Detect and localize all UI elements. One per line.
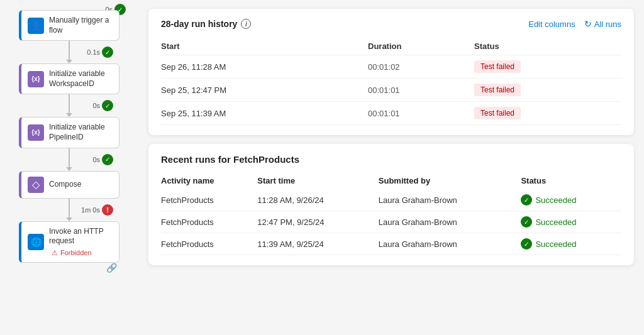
table-row[interactable]: FetchProducts 12:47 PM, 9/25/24 Laura Gr… bbox=[161, 211, 621, 233]
connector-2-time: 0s ✓ bbox=[92, 100, 113, 111]
history-start: Sep 26, 11:28 AM bbox=[161, 55, 368, 79]
recent-runs-table: Activity name Start time Submitted by St… bbox=[161, 172, 621, 255]
connector-1: 0.1s ✓ bbox=[19, 41, 119, 63]
success-label: Succeeded bbox=[535, 239, 576, 249]
history-duration: 00:01:01 bbox=[368, 102, 474, 125]
edit-columns-button[interactable]: Edit columns bbox=[528, 19, 575, 29]
var2-card[interactable]: {x} Initialize variable PipelineID bbox=[19, 117, 119, 148]
success-label: Succeeded bbox=[535, 217, 576, 227]
history-col-start: Start bbox=[161, 38, 368, 55]
compose-node[interactable]: ◇ Compose bbox=[19, 171, 119, 199]
recent-status: ✓ Succeeded bbox=[521, 211, 621, 233]
history-title: 28-day run history i bbox=[161, 19, 251, 29]
recent-runs-title: Recent runs for FetchProducts bbox=[161, 154, 621, 165]
success-icon: ✓ bbox=[521, 194, 532, 206]
connector-2: 0s ✓ bbox=[19, 94, 119, 117]
link-icon: 🔗 bbox=[106, 263, 117, 273]
status-badge: Test failed bbox=[474, 60, 521, 73]
history-card: 28-day run history i Edit columns ↻ All … bbox=[148, 9, 634, 135]
history-col-duration: Duration bbox=[368, 38, 474, 55]
connector-2-check: ✓ bbox=[102, 100, 113, 111]
forbidden-text: ⚠ Forbidden bbox=[49, 249, 113, 257]
connector-4-time: 1m 0s ! bbox=[81, 204, 113, 216]
connector-3-time: 0s ✓ bbox=[92, 154, 113, 165]
compose-card[interactable]: ◇ Compose bbox=[19, 171, 119, 199]
http-node[interactable]: 🌐 Invoke an HTTP request ⚠ Forbidden 🔗 bbox=[19, 221, 119, 263]
warning-icon: ⚠ bbox=[52, 249, 58, 257]
compose-label: Compose bbox=[49, 180, 81, 190]
history-title-text: 28-day run history bbox=[161, 19, 237, 29]
success-label: Succeeded bbox=[535, 195, 576, 205]
recent-status: ✓ Succeeded bbox=[521, 233, 621, 255]
history-start: Sep 25, 11:39 AM bbox=[161, 102, 368, 125]
connector-1-time: 0.1s ✓ bbox=[87, 47, 113, 58]
status-badge: Test failed bbox=[474, 107, 521, 119]
recent-col-start: Start time bbox=[257, 172, 379, 189]
history-table: Start Duration Status Sep 26, 11:28 AM 0… bbox=[161, 38, 621, 125]
history-status: Test failed bbox=[474, 55, 621, 79]
var1-label: Initialize variable WorkspaceID bbox=[49, 69, 113, 89]
history-status: Test failed bbox=[474, 79, 621, 102]
all-runs-label: All runs bbox=[594, 19, 621, 29]
var1-card[interactable]: {x} Initialize variable WorkspaceID bbox=[19, 63, 119, 94]
history-duration: 00:01:02 bbox=[368, 55, 474, 79]
success-badge: ✓ Succeeded bbox=[521, 216, 621, 228]
status-badge: Test failed bbox=[474, 84, 521, 96]
var1-node[interactable]: {x} Initialize variable WorkspaceID bbox=[19, 63, 119, 94]
table-row[interactable]: Sep 26, 11:28 AM 00:01:02 Test failed bbox=[161, 55, 621, 79]
all-runs-button[interactable]: ↻ All runs bbox=[584, 19, 621, 29]
recent-activity: FetchProducts bbox=[161, 189, 257, 211]
recent-activity: FetchProducts bbox=[161, 233, 257, 255]
history-actions: Edit columns ↻ All runs bbox=[528, 19, 621, 29]
recent-status: ✓ Succeeded bbox=[521, 189, 621, 211]
success-icon: ✓ bbox=[521, 216, 532, 228]
http-label: Invoke an HTTP request bbox=[49, 227, 113, 246]
history-col-status: Status bbox=[474, 38, 621, 55]
recent-submitted: Laura Graham-Brown bbox=[379, 233, 521, 255]
var2-node[interactable]: {x} Initialize variable PipelineID bbox=[19, 117, 119, 148]
trigger-node[interactable]: 0s ✓ 👤 Manually trigger a flow bbox=[19, 10, 119, 41]
right-panel: 28-day run history i Edit columns ↻ All … bbox=[138, 0, 644, 335]
refresh-icon: ↻ bbox=[584, 19, 592, 29]
connector-3: 0s ✓ bbox=[19, 148, 119, 171]
var2-label: Initialize variable PipelineID bbox=[49, 123, 113, 142]
connector-4: 1m 0s ! bbox=[19, 199, 119, 221]
var1-icon: {x} bbox=[28, 71, 44, 87]
trigger-card[interactable]: 👤 Manually trigger a flow bbox=[19, 10, 119, 41]
recent-submitted: Laura Graham-Brown bbox=[379, 211, 521, 233]
trigger-icon: 👤 bbox=[28, 18, 44, 34]
history-status: Test failed bbox=[474, 102, 621, 125]
flow-panel: 0s ✓ 👤 Manually trigger a flow 0.1s ✓ {x… bbox=[0, 0, 138, 335]
http-icon: 🌐 bbox=[28, 234, 44, 250]
recent-col-status: Status bbox=[521, 172, 621, 189]
recent-activity: FetchProducts bbox=[161, 211, 257, 233]
history-start: Sep 25, 12:47 PM bbox=[161, 79, 368, 102]
compose-icon: ◇ bbox=[28, 177, 44, 193]
table-row[interactable]: Sep 25, 12:47 PM 00:01:01 Test failed bbox=[161, 79, 621, 102]
connector-3-check: ✓ bbox=[102, 154, 113, 165]
info-icon[interactable]: i bbox=[241, 19, 251, 29]
recent-start: 11:28 AM, 9/26/24 bbox=[257, 189, 379, 211]
trigger-label: Manually trigger a flow bbox=[49, 16, 113, 35]
http-card[interactable]: 🌐 Invoke an HTTP request ⚠ Forbidden bbox=[19, 221, 119, 263]
table-row[interactable]: FetchProducts 11:28 AM, 9/26/24 Laura Gr… bbox=[161, 189, 621, 211]
recent-start: 12:47 PM, 9/25/24 bbox=[257, 211, 379, 233]
success-badge: ✓ Succeeded bbox=[521, 238, 621, 250]
table-row[interactable]: Sep 25, 11:39 AM 00:01:01 Test failed bbox=[161, 102, 621, 125]
success-badge: ✓ Succeeded bbox=[521, 194, 621, 206]
recent-col-activity: Activity name bbox=[161, 172, 257, 189]
history-header: 28-day run history i Edit columns ↻ All … bbox=[161, 19, 621, 29]
connector-1-check: ✓ bbox=[102, 47, 113, 58]
recent-card: Recent runs for FetchProducts Activity n… bbox=[148, 144, 634, 265]
recent-submitted: Laura Graham-Brown bbox=[379, 189, 521, 211]
recent-col-submitted: Submitted by bbox=[379, 172, 521, 189]
table-row[interactable]: FetchProducts 11:39 AM, 9/25/24 Laura Gr… bbox=[161, 233, 621, 255]
recent-start: 11:39 AM, 9/25/24 bbox=[257, 233, 379, 255]
connector-4-error: ! bbox=[102, 204, 113, 216]
success-icon: ✓ bbox=[521, 238, 532, 250]
var2-icon: {x} bbox=[28, 124, 44, 141]
history-duration: 00:01:01 bbox=[368, 79, 474, 102]
